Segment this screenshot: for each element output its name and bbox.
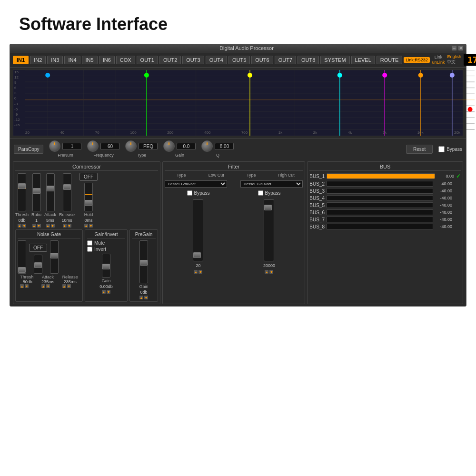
pregain-down[interactable]: ▼ [144,296,148,299]
ng-thresh-up[interactable]: ▲ [20,284,24,288]
tab-out8[interactable]: OUT8 [298,56,319,64]
tab-in5[interactable]: IN5 [82,56,98,64]
ng-release-down[interactable]: ▼ [67,284,71,288]
invert-checkbox[interactable] [87,247,92,252]
type-label: Type [137,153,147,158]
bus-fader-1[interactable] [327,173,435,179]
release-fader-track[interactable] [63,173,71,211]
eq-y-15: 15 [14,70,20,74]
tab-in1[interactable]: IN1 [13,56,29,64]
ng-attack-label: Attack [41,275,54,279]
controls-bar: ParaCopy 1 FreNum 60 Frequency PEQ Type [10,138,466,159]
paracopy-button[interactable]: ParaCopy [14,145,43,154]
eq-y-6: 6 [14,86,20,90]
unlink-text[interactable]: unLink [432,60,445,65]
low-cut-up[interactable]: ▲ [194,270,198,274]
link-text[interactable]: Link [435,55,443,60]
tab-out3[interactable]: OUT3 [182,56,204,64]
freqnum-knob[interactable] [49,140,60,152]
bus-fader-2[interactable] [327,181,433,187]
type-knob[interactable] [125,140,137,152]
bus-fader-7[interactable] [327,217,433,222]
ng-attack-value: 235ms [41,279,54,284]
tab-level[interactable]: LEVEL [351,56,375,64]
gain-knob[interactable] [163,140,175,152]
bus-fader-3[interactable] [327,188,433,194]
tab-in2[interactable]: IN2 [30,56,46,64]
bus-fader-6[interactable] [327,209,433,215]
bus-fader-8[interactable] [327,224,433,229]
frequency-knob[interactable] [87,140,99,152]
release-up-btn[interactable]: ▲ [63,224,67,228]
pregain-up[interactable]: ▲ [139,296,143,299]
compressor-off-button[interactable]: OFF [79,173,98,181]
low-cut-value: 20 [196,263,200,268]
high-filter-select[interactable]: Bessel 12dB/oct [240,180,303,188]
tab-route[interactable]: ROUTE [377,56,403,64]
low-cut-down[interactable]: ▼ [198,270,202,274]
bus-fader-4[interactable] [327,195,433,201]
tab-out4[interactable]: OUT4 [206,56,227,64]
mute-checkbox[interactable] [87,240,92,246]
ng-fader-3[interactable] [50,240,59,274]
hold-down-btn[interactable]: ▼ [89,224,93,228]
tab-out2[interactable]: OUT2 [159,56,181,64]
hold-up-btn[interactable]: ▲ [84,224,88,228]
tab-out7[interactable]: OUT7 [275,56,296,64]
release-down-btn[interactable]: ▼ [68,224,71,228]
bypass-checkbox[interactable] [438,146,445,152]
ng-attack-down[interactable]: ▼ [46,284,50,288]
attack-down-btn[interactable]: ▼ [51,224,55,228]
high-cut-up[interactable]: ▲ [265,270,268,274]
lang-chinese[interactable]: 中文 [447,59,461,65]
tab-out6[interactable]: OUT6 [251,56,273,64]
tab-in3[interactable]: IN3 [47,56,63,64]
ng-off-button[interactable]: OFF [29,244,47,252]
tab-in4[interactable]: IN4 [64,56,80,64]
gi-gain-up[interactable]: ▲ [102,290,106,294]
close-icon[interactable]: ✕ [458,46,463,50]
ng-fader-2[interactable] [34,255,42,274]
tab-out1[interactable]: OUT1 [137,56,158,64]
filter-high-bypass[interactable] [258,190,263,196]
ng-release-up[interactable]: ▲ [62,284,66,288]
minimize-icon[interactable]: ─ [452,46,456,50]
thresh-up-btn[interactable]: ▲ [18,224,21,228]
tab-cox[interactable]: COX [116,56,135,64]
q-value: 8.00 [215,143,234,150]
eq-x-10k: 10k [417,130,424,135]
ng-fader-1[interactable] [18,240,26,274]
lang-english[interactable]: English [447,54,461,59]
high-cut-down[interactable]: ▼ [269,270,273,274]
filter-low-bypass[interactable] [187,190,192,196]
eq-x-700: 700 [241,130,248,135]
ratio-up-btn[interactable]: ▲ [32,224,36,228]
bus-value-6: -40.00 [435,210,452,215]
q-knob[interactable] [201,140,213,152]
hold-fader-track[interactable] [84,183,93,211]
ng-release-label: Release [62,275,78,279]
eq-y-n9: -9 [14,112,20,117]
pregain-fader[interactable] [139,240,148,283]
tab-out5[interactable]: OUT5 [228,56,250,64]
eq-x-1k: 1k [278,130,282,135]
bus-row-8: BUS_8 -40.00 [309,224,461,229]
reset-button[interactable]: Reset [406,145,433,154]
low-filter-select[interactable]: Bessel 12dB/oct [165,180,227,188]
gi-fader[interactable] [102,254,110,278]
gi-gain-down[interactable]: ▼ [107,290,110,294]
tab-system[interactable]: SYSTEM [320,56,349,64]
low-cut-fader[interactable] [193,199,203,261]
bus-fader-5[interactable] [327,202,433,208]
attack-up-btn[interactable]: ▲ [46,224,50,228]
comp-fader-track[interactable] [18,173,26,211]
tab-in6[interactable]: IN6 [99,56,115,64]
attack-fader-track[interactable] [46,173,55,211]
thresh-down-btn[interactable]: ▼ [22,224,26,228]
ratio-fader-track[interactable] [32,173,41,211]
high-cut-fader[interactable] [264,199,274,261]
ng-attack-up[interactable]: ▲ [41,284,45,288]
ng-thresh-down[interactable]: ▼ [25,284,29,288]
bus-row-6: BUS_6 -40.00 [309,209,461,215]
ratio-down-btn[interactable]: ▼ [37,224,41,228]
